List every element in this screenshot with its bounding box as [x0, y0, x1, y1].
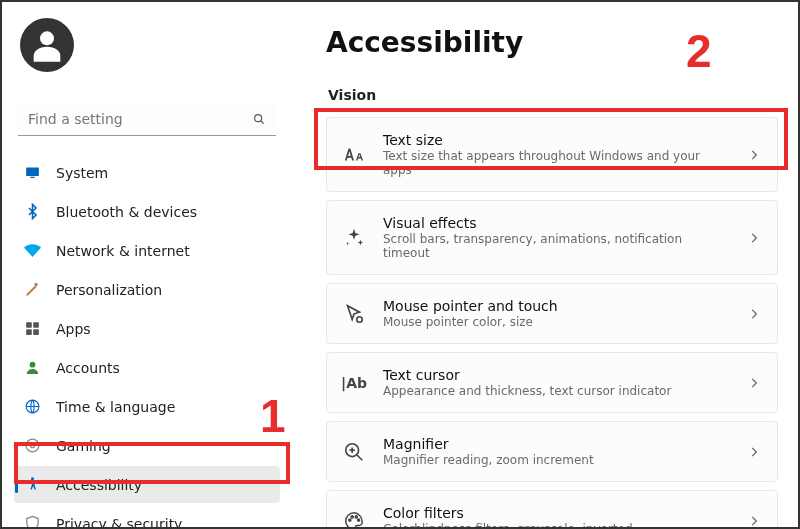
svg-point-20	[349, 518, 351, 520]
sidebar: System Bluetooth & devices Network & int…	[2, 2, 292, 527]
sidebar-item-network[interactable]: Network & internet	[14, 232, 280, 269]
svg-rect-7	[33, 322, 39, 328]
card-subtitle: Appearance and thickness, text cursor in…	[383, 384, 729, 398]
svg-rect-6	[26, 322, 32, 328]
svg-rect-9	[33, 329, 39, 335]
card-subtitle: Text size that appears throughout Window…	[383, 149, 729, 177]
sidebar-item-bluetooth[interactable]: Bluetooth & devices	[14, 193, 280, 230]
search-icon	[252, 112, 266, 126]
svg-point-12	[26, 439, 39, 452]
card-body: Mouse pointer and touch Mouse pointer co…	[383, 298, 729, 329]
card-subtitle: Scroll bars, transparency, animations, n…	[383, 232, 729, 260]
chevron-right-icon	[747, 376, 761, 390]
card-body: Text size Text size that appears through…	[383, 132, 729, 177]
sidebar-item-time[interactable]: Time & language	[14, 388, 280, 425]
svg-point-21	[351, 515, 353, 517]
sidebar-item-accounts[interactable]: Accounts	[14, 349, 280, 386]
sidebar-item-gaming[interactable]: Gaming	[14, 427, 280, 464]
sidebar-item-label: Gaming	[56, 438, 111, 454]
cursor-icon	[343, 303, 365, 325]
svg-line-17	[357, 454, 363, 460]
chevron-right-icon	[747, 231, 761, 245]
card-title: Color filters	[383, 505, 729, 521]
card-body: Visual effects Scroll bars, transparency…	[383, 215, 729, 260]
card-title: Mouse pointer and touch	[383, 298, 729, 314]
bluetooth-icon	[24, 203, 41, 220]
svg-rect-4	[30, 177, 34, 178]
sidebar-item-label: Personalization	[56, 282, 162, 298]
chevron-right-icon	[747, 445, 761, 459]
person-icon	[24, 359, 41, 376]
sidebar-item-label: Accounts	[56, 360, 120, 376]
main-panel: Accessibility Vision Text size Text size…	[292, 2, 798, 527]
card-title: Text cursor	[383, 367, 729, 383]
section-title-vision: Vision	[328, 87, 778, 103]
svg-point-15	[357, 316, 363, 322]
search-field-wrap	[18, 102, 276, 136]
sidebar-item-personalization[interactable]: Personalization	[14, 271, 280, 308]
system-icon	[24, 164, 41, 181]
shield-icon	[24, 515, 41, 529]
globe-icon	[24, 398, 41, 415]
svg-point-0	[40, 31, 54, 45]
card-subtitle: Colorblindness filters, grayscale, inver…	[383, 522, 729, 527]
svg-rect-3	[26, 168, 39, 177]
sidebar-item-accessibility[interactable]: Accessibility	[14, 466, 280, 503]
sidebar-item-label: Apps	[56, 321, 91, 337]
svg-point-22	[355, 515, 357, 517]
card-body: Color filters Colorblindness filters, gr…	[383, 505, 729, 527]
card-subtitle: Mouse pointer color, size	[383, 315, 729, 329]
card-body: Text cursor Appearance and thickness, te…	[383, 367, 729, 398]
sidebar-item-privacy[interactable]: Privacy & security	[14, 505, 280, 529]
sparkle-icon	[343, 227, 365, 249]
card-title: Magnifier	[383, 436, 729, 452]
sidebar-item-system[interactable]: System	[14, 154, 280, 191]
text-cursor-icon: |Ab	[343, 372, 365, 394]
wifi-icon	[24, 242, 41, 259]
svg-rect-8	[26, 329, 32, 335]
svg-point-23	[357, 518, 359, 520]
svg-point-1	[255, 115, 262, 122]
sidebar-item-label: System	[56, 165, 108, 181]
apps-icon	[24, 320, 41, 337]
card-title: Text size	[383, 132, 729, 148]
text-size-icon	[343, 144, 365, 166]
sidebar-item-label: Privacy & security	[56, 516, 182, 530]
accessibility-icon	[24, 476, 41, 493]
svg-point-13	[30, 443, 34, 447]
palette-icon	[343, 510, 365, 528]
card-title: Visual effects	[383, 215, 729, 231]
card-mouse-pointer[interactable]: Mouse pointer and touch Mouse pointer co…	[326, 283, 778, 344]
page-title: Accessibility	[326, 26, 778, 59]
svg-point-14	[31, 477, 34, 480]
sidebar-nav: System Bluetooth & devices Network & int…	[14, 154, 280, 529]
svg-point-10	[30, 362, 36, 368]
search-input[interactable]	[18, 102, 276, 136]
card-text-cursor[interactable]: |Ab Text cursor Appearance and thickness…	[326, 352, 778, 413]
card-text-size[interactable]: Text size Text size that appears through…	[326, 117, 778, 192]
svg-rect-5	[34, 283, 38, 287]
card-body: Magnifier Magnifier reading, zoom increm…	[383, 436, 729, 467]
svg-line-2	[261, 121, 264, 124]
card-magnifier[interactable]: Magnifier Magnifier reading, zoom increm…	[326, 421, 778, 482]
chevron-right-icon	[747, 148, 761, 162]
gaming-icon	[24, 437, 41, 454]
sidebar-item-label: Time & language	[56, 399, 175, 415]
avatar[interactable]	[20, 18, 74, 72]
sidebar-item-label: Bluetooth & devices	[56, 204, 197, 220]
sidebar-item-apps[interactable]: Apps	[14, 310, 280, 347]
sidebar-item-label: Network & internet	[56, 243, 190, 259]
sidebar-item-label: Accessibility	[56, 477, 142, 493]
chevron-right-icon	[747, 307, 761, 321]
card-color-filters[interactable]: Color filters Colorblindness filters, gr…	[326, 490, 778, 527]
brush-icon	[24, 281, 41, 298]
magnifier-icon	[343, 441, 365, 463]
card-subtitle: Magnifier reading, zoom increment	[383, 453, 729, 467]
chevron-right-icon	[747, 514, 761, 528]
card-visual-effects[interactable]: Visual effects Scroll bars, transparency…	[326, 200, 778, 275]
